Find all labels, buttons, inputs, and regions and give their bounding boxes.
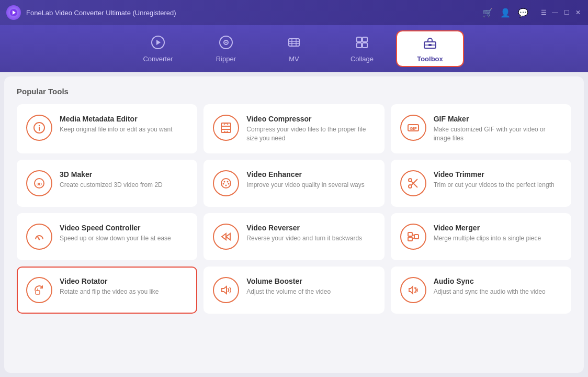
nav-converter-label: Converter [143, 55, 173, 63]
app-logo [6, 5, 21, 20]
nav-collage[interactable]: Collage [328, 30, 396, 67]
svg-marker-49 [222, 286, 227, 294]
svg-text:3D: 3D [37, 181, 42, 186]
svg-marker-42 [226, 234, 230, 240]
tool-name-audio-sync: Audio Sync [434, 277, 562, 285]
minimize-button[interactable]: — [551, 9, 559, 16]
svg-rect-15 [363, 43, 367, 48]
svg-point-34 [225, 184, 227, 186]
converter-icon [151, 35, 165, 53]
window-buttons: ☰ — ☐ ✕ [540, 9, 582, 16]
compress-icon [213, 115, 239, 141]
tool-card-video-reverser[interactable]: Video ReverserReverse your video and tur… [203, 213, 384, 260]
tool-desc-media-metadata-editor: Keep original file info or edit as you w… [60, 125, 188, 134]
title-bar-controls: 🛒 👤 💬 ☰ — ☐ ✕ [482, 8, 582, 18]
nav-toolbox[interactable]: Toolbox [396, 30, 464, 67]
tool-name-video-rotator: Video Rotator [60, 277, 188, 285]
svg-marker-50 [409, 286, 413, 294]
3d-icon: 3D [26, 170, 52, 196]
cart-icon[interactable]: 🛒 [482, 8, 493, 18]
nav-toolbox-label: Toolbox [417, 55, 443, 63]
tool-info-3d-maker: 3D MakerCreate customized 3D video from … [60, 170, 188, 190]
tool-name-video-merger: Video Merger [434, 224, 562, 232]
svg-point-29 [221, 179, 231, 188]
nav-ripper[interactable]: Ripper [192, 30, 260, 67]
nav-mv[interactable]: MV [260, 30, 328, 67]
menu-icon[interactable]: ☰ [540, 9, 547, 16]
tool-card-video-rotator[interactable]: Video RotatorRotate and flip the video a… [17, 267, 197, 314]
speedometer-icon [26, 224, 52, 250]
tool-name-video-enhancer: Video Enhancer [246, 170, 375, 179]
tool-info-video-reverser: Video ReverserReverse your video and tur… [246, 224, 375, 243]
feedback-icon[interactable]: 💬 [518, 8, 528, 18]
tool-card-media-metadata-editor[interactable]: Media Metadata EditorKeep original file … [17, 104, 197, 153]
svg-rect-48 [36, 291, 40, 294]
section-title: Popular Tools [17, 87, 571, 96]
maximize-button[interactable]: ☐ [563, 9, 570, 16]
gif-icon: GIF [400, 115, 426, 141]
tool-info-audio-sync: Audio SyncAdjust and sync the audio with… [434, 277, 562, 296]
svg-point-35 [409, 179, 412, 182]
tool-desc-volume-booster: Adjust the volume of the video [246, 287, 375, 296]
svg-rect-43 [408, 232, 412, 236]
nav-converter[interactable]: Converter [124, 30, 192, 67]
tool-desc-video-enhancer: Improve your video quality in several wa… [246, 181, 375, 190]
tool-info-video-trimmer: Video TrimmerTrim or cut your videos to … [434, 170, 562, 190]
tool-card-volume-booster[interactable]: Volume BoosterAdjust the volume of the v… [203, 267, 384, 314]
tool-card-gif-maker[interactable]: GIFGIF MakerMake customized GIF with you… [391, 104, 571, 153]
user-icon[interactable]: 👤 [500, 8, 511, 18]
nav-collage-label: Collage [350, 55, 374, 63]
tool-info-video-merger: Video MergerMerge multiple clips into a … [434, 224, 562, 243]
rotate-icon [26, 277, 52, 303]
svg-rect-44 [408, 237, 412, 241]
svg-text:GIF: GIF [410, 126, 416, 131]
tool-card-3d-maker[interactable]: 3D3D MakerCreate customized 3D video fro… [17, 160, 197, 207]
svg-point-32 [223, 183, 224, 184]
tool-card-video-enhancer[interactable]: Video EnhancerImprove your video quality… [203, 160, 384, 207]
svg-rect-22 [221, 123, 231, 132]
toolbox-icon [423, 35, 437, 53]
tool-name-video-speed-controller: Video Speed Controller [60, 224, 188, 232]
app-title: FoneLab Video Converter Ultimate (Unregi… [26, 9, 482, 17]
tool-name-video-trimmer: Video Trimmer [434, 170, 562, 179]
svg-point-31 [227, 181, 229, 182]
tool-info-media-metadata-editor: Media Metadata EditorKeep original file … [60, 115, 188, 134]
svg-point-36 [409, 185, 412, 188]
title-bar: FoneLab Video Converter Ultimate (Unregi… [0, 0, 588, 25]
svg-point-40 [39, 238, 40, 240]
tool-card-video-merger[interactable]: Video MergerMerge multiple clips into a … [391, 213, 571, 260]
tool-name-media-metadata-editor: Media Metadata Editor [60, 115, 188, 123]
volume-icon [213, 277, 239, 303]
tool-desc-gif-maker: Make customized GIF with your video or i… [434, 125, 562, 143]
svg-point-33 [228, 183, 230, 184]
tool-card-video-speed-controller[interactable]: Video Speed ControllerSpeed up or slow d… [17, 213, 197, 260]
tool-desc-video-trimmer: Trim or cut your videos to the perfect l… [434, 181, 562, 190]
svg-rect-18 [428, 44, 432, 46]
merge-icon [400, 224, 426, 250]
mv-icon [287, 35, 301, 53]
tool-name-3d-maker: 3D Maker [60, 170, 188, 179]
svg-marker-3 [156, 40, 161, 45]
tool-info-volume-booster: Volume BoosterAdjust the volume of the v… [246, 277, 375, 296]
tool-desc-video-reverser: Reverse your video and turn it backwards [246, 234, 375, 243]
close-button[interactable]: ✕ [574, 9, 582, 16]
palette-icon [213, 170, 239, 196]
main-content: Popular Tools Media Metadata EditorKeep … [4, 76, 584, 373]
rewind-icon [213, 224, 239, 250]
audio-sync-icon [400, 277, 426, 303]
svg-rect-45 [414, 235, 419, 239]
svg-rect-13 [363, 37, 367, 42]
tool-card-video-trimmer[interactable]: Video TrimmerTrim or cut your videos to … [391, 160, 571, 207]
tool-desc-video-compressor: Compress your video files to the proper … [246, 125, 375, 143]
tool-desc-video-rotator: Rotate and flip the video as you like [60, 287, 188, 296]
svg-point-21 [39, 125, 40, 126]
svg-point-30 [224, 181, 225, 182]
tool-desc-video-merger: Merge multiple clips into a single piece [434, 234, 562, 243]
tool-card-audio-sync[interactable]: Audio SyncAdjust and sync the audio with… [391, 267, 571, 314]
tool-desc-audio-sync: Adjust and sync the audio with the video [434, 287, 562, 296]
svg-rect-14 [357, 43, 361, 48]
tool-desc-3d-maker: Create customized 3D video from 2D [60, 181, 188, 190]
info-icon [26, 115, 52, 141]
tool-card-video-compressor[interactable]: Video CompressorCompress your video file… [203, 104, 384, 153]
nav-mv-label: MV [289, 55, 299, 63]
